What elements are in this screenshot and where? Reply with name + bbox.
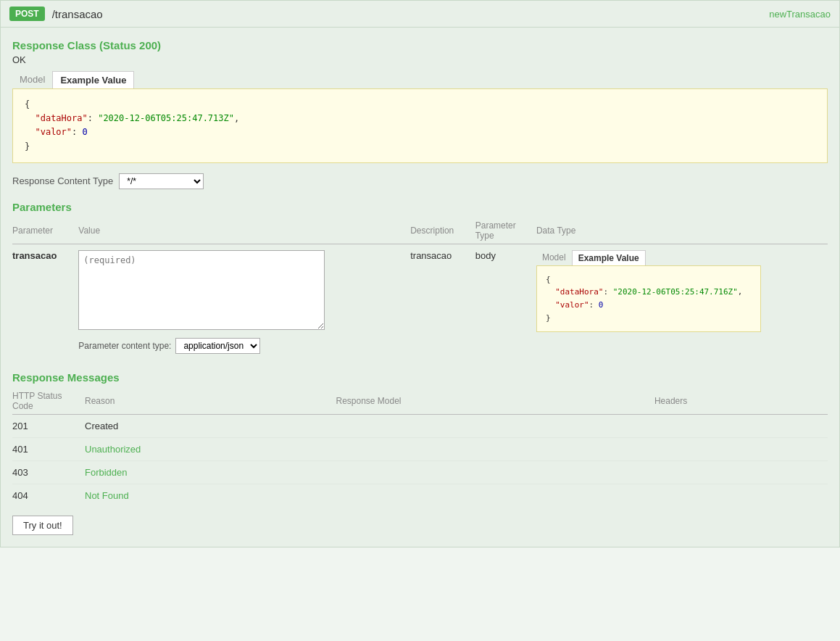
response-model-401 (336, 437, 654, 460)
col-param-type: ParameterType (475, 218, 536, 244)
table-row: transacao Parameter content type: applic… (12, 244, 828, 360)
endpoint-path: /transacao (52, 8, 103, 20)
main-content: Response Class (Status 200) OK Model Exa… (1, 28, 839, 547)
tab-model[interactable]: Model (12, 71, 52, 88)
response-model-404 (336, 484, 654, 507)
col-reason: Reason (85, 388, 336, 415)
response-class-section: Response Class (Status 200) OK Model Exa… (12, 39, 828, 163)
col-value: Value (78, 218, 410, 244)
col-parameter: Parameter (12, 218, 78, 244)
parameters-title: Parameters (12, 201, 828, 213)
reason-403: Forbidden (85, 460, 336, 484)
status-code-403: 403 (12, 460, 85, 484)
status-code-201: 201 (12, 414, 85, 437)
param-content-type-label: Parameter content type: (78, 341, 171, 351)
data-type-col: Model Example Value { "dataHora": "2020-… (536, 244, 828, 360)
param-type: body (475, 244, 536, 360)
param-value-textarea[interactable] (78, 250, 325, 330)
response-model-201 (336, 414, 654, 437)
col-http-status: HTTP Status Code (12, 388, 85, 415)
reason-401: Unauthorized (85, 437, 336, 460)
col-description: Description (410, 218, 475, 244)
col-response-model: Response Model (336, 388, 654, 415)
response-model-403 (336, 460, 654, 484)
param-name: transacao (12, 250, 57, 261)
status-code-401: 401 (12, 437, 85, 460)
headers-401 (654, 437, 828, 460)
headers-403 (654, 460, 828, 484)
try-it-out-button[interactable]: Try it out! (12, 516, 73, 535)
table-row: 201 Created (12, 414, 828, 437)
param-content-type-select[interactable]: application/json text/plain (175, 338, 260, 354)
response-messages-table: HTTP Status Code Reason Response Model H… (12, 388, 828, 507)
response-messages-section: Response Messages HTTP Status Code Reaso… (12, 371, 828, 507)
data-type-json-box: { "dataHora": "2020-12-06T05:25:47.716Z"… (536, 265, 761, 332)
reason-201: Created (85, 414, 336, 437)
col-headers: Headers (654, 388, 828, 415)
data-type-tab-model[interactable]: Model (536, 250, 572, 265)
tab-example-value[interactable]: Example Value (52, 71, 134, 88)
response-json-box: { "dataHora": "2020-12-06T05:25:47.713Z"… (12, 88, 828, 163)
parameters-section: Parameters Parameter Value Description P… (12, 201, 828, 360)
header-left: POST /transacao (9, 7, 103, 21)
data-type-tab-example[interactable]: Example Value (572, 250, 646, 265)
table-row: 403 Forbidden (12, 460, 828, 484)
headers-201 (654, 414, 828, 437)
http-method-badge: POST (9, 7, 45, 21)
response-class-title: Response Class (Status 200) (12, 39, 828, 51)
parameters-table: Parameter Value Description ParameterTyp… (12, 218, 828, 360)
response-content-type-label: Response Content Type (12, 175, 113, 186)
param-description: transacao (410, 244, 475, 360)
api-container: POST /transacao newTransacao Response Cl… (0, 0, 840, 547)
reason-404: Not Found (85, 484, 336, 507)
table-row: 401 Unauthorized (12, 437, 828, 460)
headers-404 (654, 484, 828, 507)
response-class-tabs: Model Example Value (12, 71, 828, 88)
response-content-type-row: Response Content Type */* application/js… (12, 173, 828, 189)
table-row: 404 Not Found (12, 484, 828, 507)
endpoint-header: POST /transacao newTransacao (1, 1, 839, 28)
param-content-type-row: Parameter content type: application/json… (78, 338, 404, 354)
response-content-type-select[interactable]: */* application/json (119, 173, 204, 189)
col-data-type: Data Type (536, 218, 828, 244)
response-messages-title: Response Messages (12, 371, 828, 384)
operation-id: newTransacao (769, 9, 831, 20)
data-type-tabs: Model Example Value (536, 250, 822, 265)
status-ok-text: OK (12, 54, 828, 65)
status-code-404: 404 (12, 484, 85, 507)
